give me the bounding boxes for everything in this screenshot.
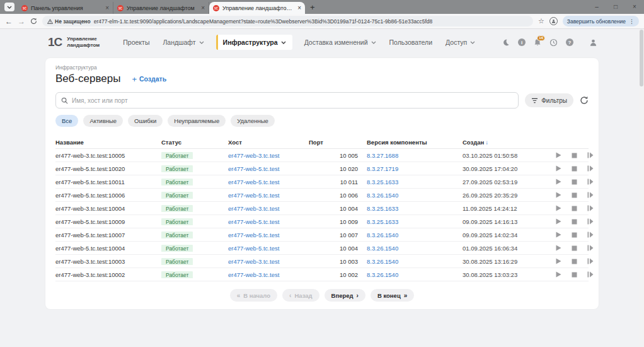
nav-item-access[interactable]: Доступ xyxy=(444,35,476,50)
finish-update-button[interactable]: Завершить обновление ⋮ xyxy=(563,16,639,26)
tab-search-button[interactable] xyxy=(4,3,14,11)
tab-close-icon[interactable]: × xyxy=(201,5,205,11)
host-link[interactable]: er477-web-5.tc.test xyxy=(228,192,279,199)
restart-server-button[interactable] xyxy=(587,179,594,185)
start-server-button[interactable] xyxy=(556,218,561,225)
help-button[interactable]: ? xyxy=(566,38,573,46)
last-page-button[interactable]: В конец » xyxy=(371,289,414,302)
restart-server-button[interactable] xyxy=(587,152,594,158)
profile-icon[interactable] xyxy=(549,17,558,25)
table-row[interactable]: er477-web-5.tc.test:10009 Работает er477… xyxy=(55,215,589,228)
host-link[interactable]: er477-web-5.tc.test xyxy=(228,232,279,238)
nav-item-infrastructure[interactable]: Инфраструктура xyxy=(216,35,292,50)
version-link[interactable]: 8.3.26.1540 xyxy=(367,232,398,238)
start-server-button[interactable] xyxy=(556,258,561,264)
filters-button[interactable]: Фильтры xyxy=(525,93,573,107)
host-link[interactable]: er477-web-5.tc.test xyxy=(228,245,279,252)
reload-button[interactable] xyxy=(30,18,37,25)
chip-deleted[interactable]: Удаленные xyxy=(231,115,275,127)
bookmark-star-icon[interactable]: ☆ xyxy=(538,17,544,25)
maximize-button[interactable]: □ xyxy=(606,0,625,13)
restart-server-button[interactable] xyxy=(587,232,594,238)
table-row[interactable]: er477-web-5.tc.test:10006 Работает er477… xyxy=(55,189,589,202)
host-link[interactable]: er477-web-5.tc.test xyxy=(228,165,279,172)
search-input[interactable] xyxy=(72,97,513,104)
restart-server-button[interactable] xyxy=(587,205,594,211)
browser-tab-2[interactable]: 1С Управление ландшафтом × xyxy=(113,2,209,14)
host-link[interactable]: er477-web-3.tc.test xyxy=(228,205,279,212)
version-link[interactable]: 8.3.25.1633 xyxy=(367,205,398,212)
chip-all[interactable]: Все xyxy=(55,115,78,127)
stop-server-button[interactable] xyxy=(572,165,577,172)
col-header-name[interactable]: Название xyxy=(55,139,161,146)
start-server-button[interactable] xyxy=(556,192,561,198)
search-box[interactable] xyxy=(55,92,519,109)
restart-server-button[interactable] xyxy=(587,165,594,172)
chip-unmanaged[interactable]: Неуправляемые xyxy=(168,115,226,127)
stop-server-button[interactable] xyxy=(572,218,577,225)
browser-menu-icon[interactable]: ⋮ xyxy=(629,18,635,25)
stop-server-button[interactable] xyxy=(572,258,577,264)
stop-server-button[interactable] xyxy=(572,205,577,211)
restart-server-button[interactable] xyxy=(587,192,594,198)
table-row[interactable]: er477-web-3.tc.test:10003 Работает er477… xyxy=(55,255,589,268)
start-server-button[interactable] xyxy=(556,165,561,172)
version-link[interactable]: 8.3.26.1540 xyxy=(367,192,398,199)
start-server-button[interactable] xyxy=(556,245,561,251)
version-link[interactable]: 8.3.25.1633 xyxy=(367,179,398,185)
nav-item-delivery[interactable]: Доставка изменений xyxy=(303,35,377,50)
col-header-created[interactable]: Создан↓ xyxy=(463,139,556,146)
browser-tab-active[interactable]: 1С Управление ландшафтом - В × xyxy=(209,2,305,14)
restart-server-button[interactable] xyxy=(587,218,594,225)
next-page-button[interactable]: Вперед › xyxy=(325,289,365,302)
version-link[interactable]: 8.3.27.1719 xyxy=(367,165,398,172)
start-server-button[interactable] xyxy=(556,152,561,158)
table-row[interactable]: er477-web-3.tc.test:10004 Работает er477… xyxy=(55,202,589,215)
nav-item-users[interactable]: Пользователи xyxy=(388,35,434,50)
scrollbar-thumb[interactable] xyxy=(640,30,643,86)
stop-server-button[interactable] xyxy=(572,179,577,185)
start-server-button[interactable] xyxy=(556,179,561,185)
tab-close-icon[interactable]: × xyxy=(105,5,109,11)
create-button[interactable]: + Создать xyxy=(132,74,166,84)
restart-server-button[interactable] xyxy=(587,258,594,264)
minimize-button[interactable]: – xyxy=(587,0,606,13)
host-link[interactable]: er477-web-5.tc.test xyxy=(228,218,279,225)
new-tab-button[interactable]: + xyxy=(310,3,315,12)
host-link[interactable]: er477-web-3.tc.test xyxy=(228,271,279,278)
stop-server-button[interactable] xyxy=(572,271,577,278)
stop-server-button[interactable] xyxy=(572,152,577,158)
table-row[interactable]: er477-web-3.tc.test:10002 Работает er477… xyxy=(55,268,589,281)
theme-toggle-button[interactable] xyxy=(502,38,510,47)
stop-server-button[interactable] xyxy=(572,232,577,238)
notifications-button[interactable]: 16 xyxy=(534,38,541,47)
page-scrollbar[interactable] xyxy=(639,30,644,347)
start-server-button[interactable] xyxy=(556,232,561,238)
nav-item-landscape[interactable]: Ландшафт xyxy=(161,35,205,50)
col-header-host[interactable]: Хост xyxy=(228,139,309,146)
table-row[interactable]: er477-web-3.tc.test:10005 Работает er477… xyxy=(55,149,589,162)
restart-server-button[interactable] xyxy=(587,271,594,278)
host-link[interactable]: er477-web-3.tc.test xyxy=(228,152,279,159)
nav-item-projects[interactable]: Проекты xyxy=(122,35,151,50)
host-link[interactable]: er477-web-3.tc.test xyxy=(228,258,279,265)
stop-server-button[interactable] xyxy=(572,192,577,198)
back-button[interactable]: ← xyxy=(5,18,13,25)
host-link[interactable]: er477-web-5.tc.test xyxy=(228,179,279,185)
history-button[interactable] xyxy=(549,38,558,47)
version-link[interactable]: 8.3.25.1633 xyxy=(367,218,398,225)
table-row[interactable]: er477-web-5.tc.test:10004 Работает er477… xyxy=(55,242,589,255)
forward-button[interactable]: → xyxy=(18,18,25,25)
start-server-button[interactable] xyxy=(556,271,561,278)
first-page-button[interactable]: « В начало xyxy=(230,289,277,302)
address-bar[interactable]: Не защищено er477-elm-1.tc.test:9090/app… xyxy=(42,16,533,26)
version-link[interactable]: 8.3.26.1540 xyxy=(367,258,398,265)
account-button[interactable] xyxy=(589,38,597,47)
refresh-button[interactable] xyxy=(580,96,589,105)
restart-server-button[interactable] xyxy=(587,245,594,251)
table-row[interactable]: er477-web-5.tc.test:10011 Работает er477… xyxy=(55,175,589,189)
table-row[interactable]: er477-web-5.tc.test:10007 Работает er477… xyxy=(55,228,589,242)
tab-close-icon[interactable]: × xyxy=(297,5,301,11)
browser-tab-1[interactable]: 1С Панель управления × xyxy=(18,2,113,14)
version-link[interactable]: 8.3.27.1688 xyxy=(367,152,398,159)
